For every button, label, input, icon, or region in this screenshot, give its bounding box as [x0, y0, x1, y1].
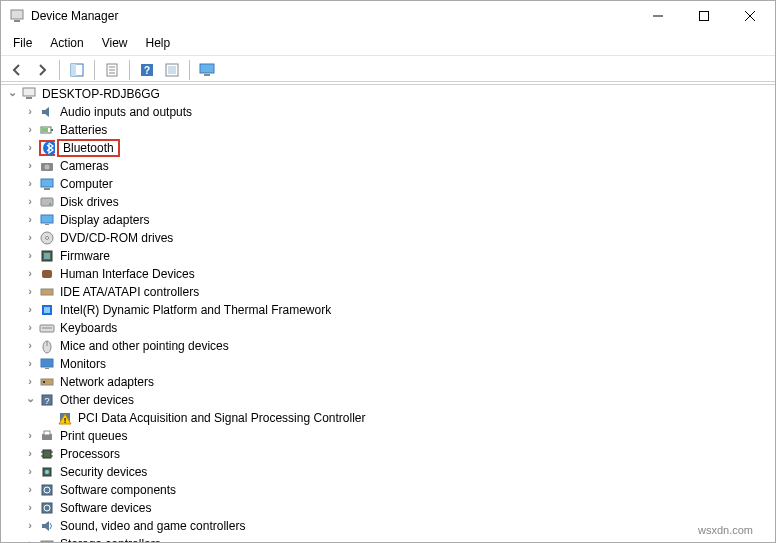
audio-icon	[39, 104, 55, 120]
close-button[interactable]	[727, 1, 773, 31]
expand-arrow-icon[interactable]	[23, 141, 37, 155]
watermark: wsxdn.com	[698, 524, 753, 536]
tree-item-cat-4[interactable]: Computer	[1, 175, 775, 193]
svg-rect-45	[45, 368, 49, 369]
scan-button[interactable]	[160, 59, 184, 81]
window-title: Device Manager	[31, 9, 118, 23]
tree-item-cat-8[interactable]: Firmware	[1, 247, 775, 265]
svg-rect-19	[26, 97, 32, 99]
expand-arrow-icon[interactable]	[23, 267, 37, 281]
expand-arrow-icon[interactable]	[23, 177, 37, 191]
minimize-button[interactable]	[635, 1, 681, 31]
tree-item-cat-3[interactable]: Cameras	[1, 157, 775, 175]
svg-rect-39	[44, 307, 50, 313]
tree-item-cat-10[interactable]: IDE ATA/ATAPI controllers	[1, 283, 775, 301]
expand-arrow-icon[interactable]	[23, 393, 37, 407]
tree-item-cat-23[interactable]: Storage controllers	[1, 535, 775, 542]
tree-item-cat-6[interactable]: Display adapters	[1, 211, 775, 229]
svg-rect-18	[23, 88, 35, 96]
expand-arrow-icon[interactable]	[23, 321, 37, 335]
expand-arrow-icon[interactable]	[23, 447, 37, 461]
expand-arrow-icon[interactable]	[23, 339, 37, 353]
menu-file[interactable]: File	[5, 33, 40, 53]
tree-item-cat-1[interactable]: Batteries	[1, 121, 775, 139]
tree-item-cat-13[interactable]: Mice and other pointing devices	[1, 337, 775, 355]
menu-view[interactable]: View	[94, 33, 136, 53]
menubar: File Action View Help	[1, 31, 775, 56]
tree-item-cat-15[interactable]: Network adapters	[1, 373, 775, 391]
expand-arrow-icon[interactable]	[23, 483, 37, 497]
expand-arrow-icon[interactable]	[5, 87, 19, 101]
expand-arrow-icon[interactable]	[23, 213, 37, 227]
tree-item-cat-11[interactable]: Intel(R) Dynamic Platform and Thermal Fr…	[1, 301, 775, 319]
expand-arrow-icon[interactable]	[23, 465, 37, 479]
tree-item-cat-16[interactable]: ?Other devices	[1, 391, 775, 409]
expand-arrow-icon[interactable]	[23, 159, 37, 173]
expand-arrow-icon[interactable]	[23, 375, 37, 389]
svg-point-61	[45, 470, 49, 474]
svg-text:?: ?	[144, 65, 150, 76]
tree-item-label: Other devices	[59, 393, 135, 407]
forward-button[interactable]	[30, 59, 54, 81]
help-button[interactable]: ?	[135, 59, 159, 81]
svg-rect-21	[51, 129, 53, 131]
menu-action[interactable]: Action	[42, 33, 91, 53]
svg-rect-54	[44, 431, 50, 435]
tree-item-label: Processors	[59, 447, 121, 461]
svg-rect-15	[168, 66, 176, 74]
expand-arrow-icon[interactable]	[23, 357, 37, 371]
back-button[interactable]	[5, 59, 29, 81]
properties-button[interactable]	[100, 59, 124, 81]
maximize-button[interactable]	[681, 1, 727, 31]
pc-icon	[21, 86, 37, 102]
expand-arrow-icon[interactable]	[23, 231, 37, 245]
computer-icon-button[interactable]	[195, 59, 219, 81]
tree-item-cat-16-child-0[interactable]: !PCI Data Acquisition and Signal Process…	[1, 409, 775, 427]
tree-item-cat-5[interactable]: Disk drives	[1, 193, 775, 211]
expand-arrow-icon[interactable]	[23, 285, 37, 299]
tree-item-cat-2[interactable]: Bluetooth	[1, 139, 775, 157]
svg-rect-55	[43, 450, 51, 458]
tree-item-cat-17[interactable]: Print queues	[1, 427, 775, 445]
tree-item-cat-18[interactable]: Processors	[1, 445, 775, 463]
printer-icon	[39, 428, 55, 444]
mouse-icon	[39, 338, 55, 354]
expand-arrow-icon[interactable]	[23, 501, 37, 515]
tree-item-cat-9[interactable]: Human Interface Devices	[1, 265, 775, 283]
expand-arrow-icon[interactable]	[23, 123, 37, 137]
expand-arrow-icon[interactable]	[23, 303, 37, 317]
tree-item-cat-19[interactable]: Security devices	[1, 463, 775, 481]
tree-item-cat-7[interactable]: DVD/CD-ROM drives	[1, 229, 775, 247]
expand-arrow-icon[interactable]	[23, 429, 37, 443]
security-icon	[39, 464, 55, 480]
expand-arrow-icon[interactable]	[23, 249, 37, 263]
show-hide-button[interactable]	[65, 59, 89, 81]
expand-arrow-icon[interactable]	[23, 519, 37, 533]
svg-rect-30	[41, 215, 53, 223]
tree-item-cat-14[interactable]: Monitors	[1, 355, 775, 373]
tree-item-label: Storage controllers	[59, 537, 162, 542]
tree-item-cat-0[interactable]: Audio inputs and outputs	[1, 103, 775, 121]
tree-item-cat-20[interactable]: Software components	[1, 481, 775, 499]
titlebar: Device Manager	[1, 1, 775, 31]
svg-rect-16	[200, 64, 214, 73]
tree-item-label: Computer	[59, 177, 114, 191]
tree-item-label: Network adapters	[59, 375, 155, 389]
svg-rect-26	[41, 179, 53, 187]
tree-item-cat-12[interactable]: Keyboards	[1, 319, 775, 337]
expand-arrow-icon[interactable]	[23, 537, 37, 542]
tree-item-cat-22[interactable]: Sound, video and game controllers	[1, 517, 775, 535]
dvd-icon	[39, 230, 55, 246]
expand-arrow-icon[interactable]	[23, 195, 37, 209]
tree-item-root[interactable]: DESKTOP-RDJB6GG	[1, 85, 775, 103]
tree-item-cat-21[interactable]: Software devices	[1, 499, 775, 517]
tree-item-label: Audio inputs and outputs	[59, 105, 193, 119]
warning-icon: !	[57, 410, 73, 426]
tree-container[interactable]: DESKTOP-RDJB6GGAudio inputs and outputsB…	[1, 81, 775, 542]
menu-help[interactable]: Help	[138, 33, 179, 53]
processor-icon	[39, 446, 55, 462]
network-icon	[39, 374, 55, 390]
expand-arrow-icon[interactable]	[23, 105, 37, 119]
tree-item-label: Cameras	[59, 159, 110, 173]
svg-rect-35	[44, 253, 50, 259]
